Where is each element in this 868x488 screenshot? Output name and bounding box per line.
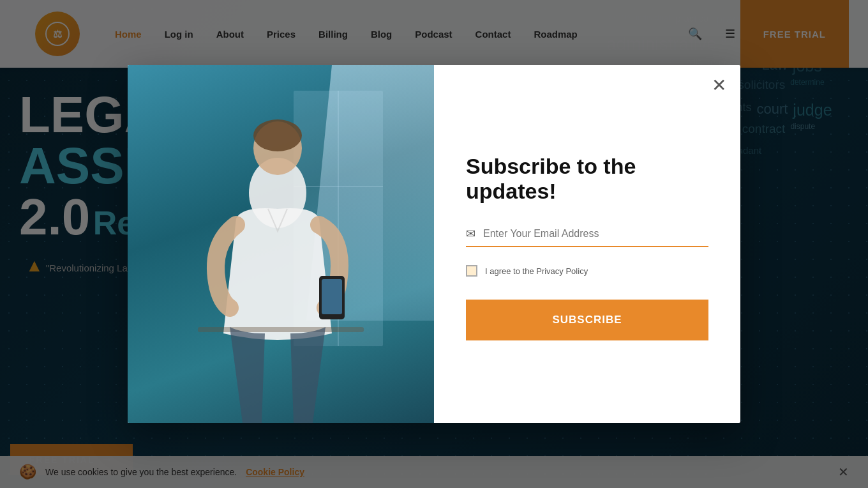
svg-rect-10 bbox=[198, 327, 364, 332]
modal-title: Subscribe to the updates! bbox=[466, 154, 708, 204]
email-icon: ✉ bbox=[466, 227, 475, 241]
svg-rect-9 bbox=[322, 279, 342, 314]
modal-person-image bbox=[179, 91, 383, 423]
privacy-label: I agree to the Privacy Policy bbox=[485, 266, 588, 276]
privacy-checkbox[interactable] bbox=[466, 265, 477, 277]
privacy-checkbox-wrap: I agree to the Privacy Policy bbox=[466, 265, 708, 277]
modal-close-button[interactable]: ✕ bbox=[712, 77, 726, 95]
svg-point-7 bbox=[253, 119, 302, 151]
email-input-wrapper: ✉ bbox=[466, 227, 708, 247]
email-input[interactable] bbox=[483, 228, 708, 240]
subscribe-button[interactable]: Subscribe bbox=[466, 300, 708, 340]
checkbox-text: I agree to the Privacy Policy bbox=[485, 266, 588, 276]
modal-content: ✕ Subscribe to the updates! ✉ I agree to… bbox=[434, 65, 740, 423]
modal-overlay[interactable]: ✕ Subscribe to the updates! ✉ I agree to… bbox=[0, 0, 868, 488]
subscribe-modal: ✕ Subscribe to the updates! ✉ I agree to… bbox=[128, 65, 740, 423]
modal-image bbox=[128, 65, 434, 423]
